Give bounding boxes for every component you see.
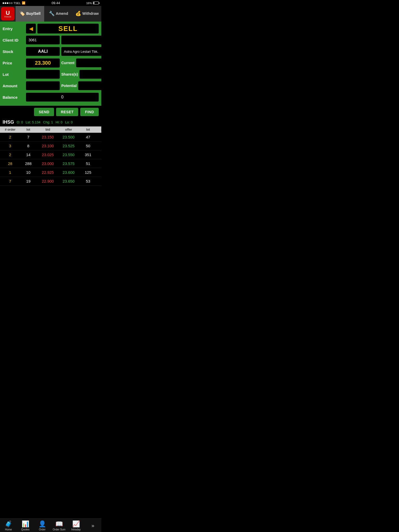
stock-name-input[interactable] (61, 47, 101, 56)
th-order-right: # order (97, 128, 101, 131)
bid-cell: 22.925 (37, 170, 58, 175)
entry-label: Entry (3, 26, 26, 31)
client-id-inputs (26, 36, 101, 44)
dot5 (11, 2, 12, 4)
bid-cell: 23.150 (37, 135, 58, 139)
lot-left-cell: 288 (19, 161, 37, 166)
table-row[interactable]: 28 288 23.000 23.575 51 2 (0, 159, 101, 168)
status-right: 16% (86, 2, 99, 5)
table-row[interactable]: 7 19 22.900 23.650 53 2 (0, 177, 101, 186)
tab-bar: 🏷️ Buy/Sell 🔧 Amend 💰 Withdraw (16, 6, 101, 22)
lot-left-cell: 19 (19, 179, 37, 183)
potential-input[interactable] (78, 81, 101, 90)
tab-buysell[interactable]: 🏷️ Buy/Sell (16, 6, 44, 22)
potential-label: Potential (61, 84, 77, 88)
stock-label: Stock (3, 49, 26, 54)
order-left-cell: 2 (1, 135, 19, 139)
bottom-spacer (0, 186, 101, 203)
ihsg-chg-label: Chg: (43, 120, 50, 124)
sell-arrow-button[interactable]: ◀ (26, 24, 36, 34)
order-right-cell: 2 (97, 161, 101, 166)
current-section: Current (61, 58, 101, 67)
potential-section: Potential (61, 81, 101, 90)
th-lot-right: lot (79, 128, 97, 131)
send-button[interactable]: SEND (34, 108, 54, 116)
ihsg-hi-value: 0 (61, 120, 63, 124)
lot-left-cell: 10 (19, 170, 37, 175)
battery-fill (94, 2, 94, 4)
order-right-cell: 1 (97, 144, 101, 148)
logo-sub: TRADE (4, 16, 12, 18)
table-row[interactable]: 2 7 23.150 23.500 47 1 (0, 133, 101, 142)
tab-withdraw[interactable]: 💰 Withdraw (73, 6, 101, 22)
ihsg-lst-label: Lst: (26, 120, 31, 124)
lot-right-cell: 51 (79, 161, 97, 166)
dot1 (3, 2, 4, 4)
table-row[interactable]: 2 14 23.025 23.550 351 5 (0, 150, 101, 159)
offer-cell: 23.575 (58, 161, 79, 166)
order-right-cell: 3 (97, 170, 101, 175)
shares-label: Shares(s) (61, 72, 78, 76)
entry-row: Entry ◀ SELL (3, 24, 99, 34)
reset-button[interactable]: RESET (56, 108, 78, 116)
order-left-cell: 7 (1, 179, 19, 183)
balance-row: Balance (3, 92, 99, 102)
shares-input[interactable] (79, 70, 101, 79)
battery-percent: 16% (86, 2, 92, 5)
table-row[interactable]: 1 10 22.925 23.600 125 3 (0, 168, 101, 177)
order-book-table: 2 7 23.150 23.500 47 1 3 8 23.100 23.525… (0, 133, 101, 186)
header: U TRADE 🏷️ Buy/Sell 🔧 Amend 💰 Withdraw (0, 6, 101, 22)
bid-cell: 23.000 (37, 161, 58, 166)
status-left: TSEL 📶 (3, 1, 25, 5)
client-id-input[interactable] (26, 36, 60, 44)
ihsg-lst-value: 5.134 (32, 120, 41, 124)
lot-right-cell: 351 (79, 152, 97, 157)
offer-cell: 23.525 (58, 144, 79, 148)
stock-code-input[interactable] (26, 47, 60, 56)
ihsg-lo-label: Lo: (65, 120, 70, 124)
order-left-cell: 3 (1, 144, 19, 148)
price-row: Price Current (3, 58, 99, 68)
bid-cell: 23.100 (37, 144, 58, 148)
ihsg-bar: IHSG O: 0 Lst: 5.134 Chg: 1 Hi: 0 Lo: 0 (0, 118, 101, 127)
bid-cell: 23.025 (37, 152, 58, 157)
tab-withdraw-label: Withdraw (82, 11, 99, 16)
tab-amend[interactable]: 🔧 Amend (44, 6, 73, 22)
bid-cell: 22.900 (37, 179, 58, 183)
logo-letter: U (6, 10, 10, 16)
find-button[interactable]: FIND (80, 108, 99, 116)
offer-cell: 23.550 (58, 152, 79, 157)
order-left-cell: 28 (1, 161, 19, 166)
lot-left-cell: 8 (19, 144, 37, 148)
action-row: SEND RESET FIND (0, 106, 101, 118)
offer-cell: 23.500 (58, 135, 79, 139)
table-row[interactable]: 3 8 23.100 23.525 50 1 (0, 142, 101, 150)
amount-label: Amount (3, 84, 26, 88)
signal-dots (3, 2, 12, 4)
amount-input[interactable] (26, 81, 60, 90)
sell-btn-row: ◀ SELL (26, 24, 99, 34)
price-input[interactable] (26, 58, 60, 68)
th-lot-left: lot (19, 128, 37, 131)
lot-label: Lot (3, 72, 26, 77)
dot4 (9, 2, 10, 4)
lot-input[interactable] (26, 70, 60, 79)
buysell-icon: 🏷️ (19, 11, 25, 16)
carrier-label: TSEL (14, 2, 21, 5)
order-left-cell: 2 (1, 152, 19, 157)
ihsg-lst: Lst: 5.134 (26, 120, 41, 124)
stock-inputs (26, 47, 101, 56)
client-id-label: Client ID (3, 38, 26, 42)
sell-label-box: SELL (37, 24, 99, 34)
order-right-cell: 2 (97, 179, 101, 183)
ihsg-title: IHSG (3, 119, 14, 125)
amend-icon: 🔧 (49, 11, 55, 16)
th-order-left: # order (1, 128, 19, 131)
lot-left-cell: 14 (19, 152, 37, 157)
form-area: Entry ◀ SELL Client ID Stock Price Curre… (0, 22, 101, 106)
dot3 (7, 2, 8, 4)
balance-input[interactable] (26, 93, 99, 102)
client-id-extra-input[interactable] (61, 36, 101, 44)
current-input[interactable] (76, 58, 101, 67)
th-bid: bid (37, 128, 58, 131)
